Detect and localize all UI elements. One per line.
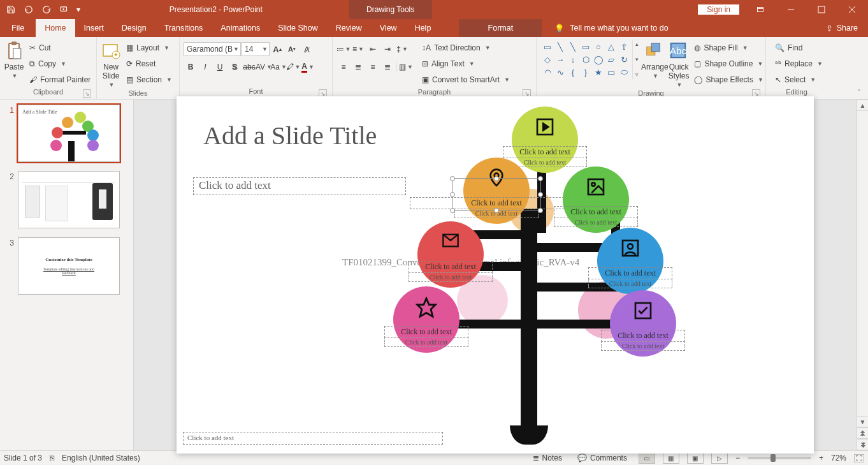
paste-button[interactable]: Paste ▼	[4, 40, 24, 80]
decrease-indent-button[interactable]: ⇤	[366, 42, 380, 56]
undo-button[interactable]	[20, 1, 37, 18]
clipboard-dialog-launcher[interactable]: ↘	[83, 89, 91, 98]
line-spacing-button[interactable]: ‡▼	[395, 42, 409, 56]
decrease-font-button[interactable]: A▾	[285, 42, 299, 56]
new-slide-button[interactable]: ✦ New Slide ▼	[101, 40, 121, 89]
columns-button[interactable]: ▥▼	[399, 60, 413, 74]
scroll-up-button[interactable]: ▲	[857, 100, 868, 111]
tab-view[interactable]: View	[371, 19, 406, 37]
justify-button[interactable]: ≣	[380, 60, 394, 74]
slide-thumbnail-pane[interactable]: 1 Add a Slide Title 2	[0, 100, 134, 450]
slide-canvas[interactable]: Add a Slide Title Click to add text Clic…	[177, 96, 814, 454]
node-mail[interactable]: Click to add text Click to add text	[417, 221, 484, 288]
share-button[interactable]: ⇪ Share	[816, 19, 868, 37]
tab-animations[interactable]: Animations	[212, 19, 269, 37]
tab-transitions[interactable]: Transitions	[156, 19, 212, 37]
node-mail-text[interactable]: Click to add text	[409, 261, 493, 273]
body-placeholder[interactable]: Click to add text	[193, 177, 406, 195]
node-mail-subtext[interactable]: Click to add text	[409, 272, 493, 282]
cut-button[interactable]: ✂Cut	[27, 41, 93, 55]
node-play-text[interactable]: Click to add text	[503, 146, 587, 158]
convert-smartart-button[interactable]: ▣Convert to SmartArt▼	[419, 73, 512, 87]
node-star[interactable]: Click to add text Click to add text	[393, 286, 459, 353]
sorter-view-button[interactable]: ▦	[663, 452, 679, 464]
zoom-out-button[interactable]: −	[735, 454, 740, 462]
numbering-button[interactable]: ≡▼	[351, 42, 365, 56]
node-user[interactable]: Click to add text Click to add text	[597, 228, 663, 294]
prev-slide-button[interactable]: ⯭	[857, 427, 868, 439]
clear-formatting-button[interactable]: A̷	[300, 42, 314, 56]
bold-button[interactable]: B	[184, 60, 198, 74]
maximize-button[interactable]	[807, 0, 836, 19]
change-case-button[interactable]: Aa▼	[271, 60, 286, 74]
node-play[interactable]: Click to add text Click to add text	[512, 107, 578, 173]
shape-effects-button[interactable]: ◯Shape Effects▼	[691, 73, 765, 87]
shapes-gallery-more[interactable]: ▴▾▿	[632, 40, 641, 79]
next-slide-button[interactable]: ⯯	[857, 439, 868, 450]
slideshow-view-button[interactable]: ▷	[711, 452, 728, 464]
tab-insert[interactable]: Insert	[75, 19, 113, 37]
spellcheck-icon[interactable]: ⎘	[50, 454, 54, 462]
tab-file[interactable]: File	[0, 19, 36, 37]
section-button[interactable]: ▤Section▼	[124, 73, 175, 87]
underline-button[interactable]: U	[213, 60, 227, 74]
node-image[interactable]: Click to add text Click to add text	[563, 166, 629, 233]
tab-review[interactable]: Review	[327, 19, 371, 37]
qat-customize-button[interactable]: ▾	[74, 1, 83, 18]
bullets-button[interactable]: ≔▼	[336, 42, 351, 56]
notes-button[interactable]: ≣Notes	[529, 454, 566, 462]
zoom-value[interactable]: 72%	[831, 454, 846, 462]
ribbon-display-options-button[interactable]	[746, 0, 775, 19]
shape-textbox-icon[interactable]: ▭	[542, 41, 553, 52]
slide-thumbnail-2[interactable]: 2	[5, 171, 133, 228]
sign-in-button[interactable]: Sign in	[698, 4, 739, 15]
save-button[interactable]	[3, 1, 19, 18]
title-placeholder[interactable]: Add a Slide Title	[203, 121, 377, 151]
copy-button[interactable]: ⧉Copy▼	[27, 57, 93, 71]
shape-fill-button[interactable]: ◍Shape Fill▼	[691, 41, 765, 55]
highlight-button[interactable]: 🖍▼	[286, 60, 300, 74]
layout-button[interactable]: ▦Layout▼	[124, 41, 175, 55]
align-right-button[interactable]: ≡	[366, 60, 380, 74]
redo-button[interactable]	[38, 1, 55, 18]
slide-editor[interactable]: Add a Slide Title Click to add text Clic…	[134, 100, 857, 450]
node-user-subtext[interactable]: Click to add text	[588, 279, 672, 288]
normal-view-button[interactable]: ▭	[639, 452, 655, 464]
increase-indent-button[interactable]: ⇥	[380, 42, 394, 56]
replace-button[interactable]: ᵃᵇReplace▼	[772, 57, 825, 71]
tab-format[interactable]: Format	[459, 19, 542, 37]
node-check[interactable]: Click to add text Click to add text	[610, 290, 676, 357]
zoom-slider[interactable]	[748, 457, 811, 459]
node-star-text[interactable]: Click to add text	[384, 326, 468, 338]
node-image-text[interactable]: Click to add text	[554, 206, 638, 218]
vertical-scrollbar[interactable]: ▲ ▼ ⯭ ⯯	[857, 100, 868, 450]
reading-view-button[interactable]: ▣	[687, 452, 704, 464]
font-name-combo[interactable]: Garamond (B▼	[184, 42, 241, 56]
node-image-subtext[interactable]: Click to add text	[554, 218, 638, 227]
node-location-subtext[interactable]: Click to add text	[454, 209, 539, 218]
node-check-subtext[interactable]: Click to add text	[601, 341, 685, 351]
start-from-beginning-button[interactable]	[56, 1, 73, 18]
find-button[interactable]: 🔍Find	[772, 41, 825, 55]
tell-me-search[interactable]: 💡 Tell me what you want to do	[554, 19, 668, 37]
language-indicator[interactable]: English (United States)	[62, 454, 140, 462]
footer-placeholder[interactable]: Click to add text	[183, 432, 443, 445]
node-check-text[interactable]: Click to add text	[601, 330, 685, 342]
tab-design[interactable]: Design	[113, 19, 156, 37]
shadow-button[interactable]: S	[228, 60, 242, 74]
minimize-button[interactable]	[776, 0, 806, 19]
font-size-combo[interactable]: 14▼	[242, 42, 270, 56]
quick-styles-button[interactable]: Abc Quick Styles▼	[669, 40, 690, 89]
comments-button[interactable]: 💬Comments	[574, 454, 631, 462]
strikethrough-button[interactable]: abc	[242, 60, 256, 74]
arrange-button[interactable]: Arrange▼	[641, 40, 669, 80]
tab-slideshow[interactable]: Slide Show	[269, 19, 327, 37]
zoom-in-button[interactable]: +	[819, 454, 823, 462]
reset-button[interactable]: ⟳Reset	[124, 57, 175, 71]
tab-home[interactable]: Home	[36, 19, 75, 37]
slide-thumbnail-1[interactable]: 1 Add a Slide Title	[5, 105, 133, 162]
collapse-ribbon-button[interactable]: ˆ	[854, 87, 864, 98]
shapes-gallery[interactable]: ▭╲╲▭○△⇧ ◇→↓⬡◯▱↻ ◠∿{}★▭⬭	[540, 40, 631, 79]
italic-button[interactable]: I	[198, 60, 212, 74]
scroll-down-button[interactable]: ▼	[857, 416, 868, 427]
